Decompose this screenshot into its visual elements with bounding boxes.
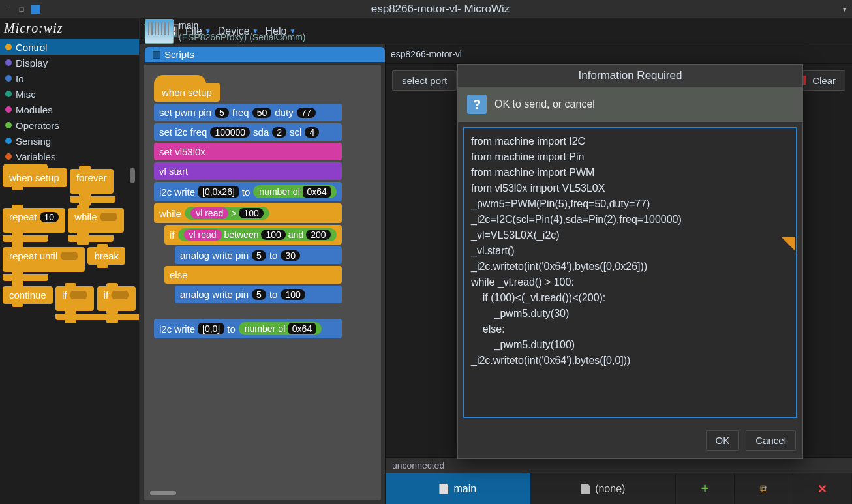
window-maximize-button[interactable]: □ <box>14 4 29 14</box>
palette-repeat-until[interactable]: repeat until <box>3 247 85 272</box>
project-proxy: (ESP8266Proxy) (SerialComm) <box>179 32 306 42</box>
add-tab-button[interactable]: + <box>676 473 735 504</box>
block-i2c-write-2[interactable]: i2c write[0,0] tonumber of0x64 <box>154 319 342 338</box>
block-while[interactable]: while vl read > 100 <box>154 203 342 223</box>
dialog-code-textarea[interactable] <box>463 127 797 418</box>
select-port-button[interactable]: select port <box>392 70 457 91</box>
close-icon: ✕ <box>817 482 827 496</box>
category-list: Control Display Io Misc Modules Operator… <box>0 39 139 164</box>
block-analog-write-2[interactable]: analog write pin5to100 <box>175 286 342 303</box>
palette-scrollbar[interactable] <box>130 168 135 183</box>
category-sensing[interactable]: Sensing <box>0 133 139 149</box>
logo: Micro:wiz <box>0 18 139 38</box>
block-set-i2c[interactable]: set i2c freq100000 sda2 scl4 <box>154 123 342 141</box>
palette-continue[interactable]: continue <box>3 286 53 304</box>
bottom-tab-main[interactable]: main <box>386 473 531 504</box>
block-set-vl53l0x[interactable]: set vl53l0x <box>154 143 342 160</box>
block-i2c-write-1[interactable]: i2c write[0,0x26] tonumber of0x64 <box>154 182 342 201</box>
close-tab-button[interactable]: ✕ <box>793 473 852 504</box>
titlebar: – □ esp8266-motor-vl- MicroWiz ▾ <box>0 0 852 18</box>
block-palette: when setup forever repeat10 while repeat… <box>0 164 139 504</box>
palette-while[interactable]: while <box>68 208 124 233</box>
status-bar: unconnected <box>386 457 852 473</box>
palette-break[interactable]: break <box>87 247 125 265</box>
corner-fold-icon <box>781 237 795 251</box>
category-io[interactable]: Io <box>0 70 139 86</box>
cancel-button[interactable]: Cancel <box>746 430 796 451</box>
window-menu-button[interactable]: ▾ <box>838 4 852 14</box>
category-display[interactable]: Display <box>0 55 139 70</box>
terminal-tab-name[interactable]: esp8266-motor-vl <box>391 49 462 59</box>
device-thumbnail[interactable] <box>145 19 174 44</box>
scripts-panel: main (ESP8266Proxy) (SerialComm) Scripts… <box>140 44 386 504</box>
dialog-information-required: Information Required ? OK to send, or ca… <box>457 64 803 459</box>
document-icon <box>439 484 448 494</box>
category-misc[interactable]: Misc <box>0 86 139 102</box>
block-set-pwm[interactable]: set pwm pin5 freq50 duty77 <box>154 104 342 121</box>
block-analog-write-1[interactable]: analog write pin5to30 <box>175 246 342 264</box>
terminal-tabstrip: esp8266-motor-vl <box>386 44 852 64</box>
scripts-canvas[interactable]: when setup set pwm pin5 freq50 duty77 se… <box>144 65 381 500</box>
plus-icon: + <box>701 481 709 496</box>
tab-scripts[interactable]: Scripts <box>145 47 385 62</box>
document-icon <box>581 484 590 494</box>
window-title: esp8266-motor-vl- MicroWiz <box>43 3 838 16</box>
dialog-title: Information Required <box>458 65 802 87</box>
palette-if-else[interactable]: if <box>97 286 136 311</box>
category-modules[interactable]: Modules <box>0 102 139 117</box>
palette-forever[interactable]: forever <box>70 169 114 194</box>
palette-if[interactable]: if <box>55 286 95 311</box>
app-icon <box>31 5 40 14</box>
copy-icon: ⧉ <box>760 483 767 495</box>
duplicate-tab-button[interactable]: ⧉ <box>735 473 793 504</box>
canvas-scrollbar[interactable] <box>150 491 176 495</box>
sidebar: Micro:wiz Control Display Io Misc Module… <box>0 18 140 504</box>
bottom-bar: main (none) + ⧉ ✕ <box>386 473 852 504</box>
block-when-setup[interactable]: when setup <box>154 83 220 102</box>
category-variables[interactable]: Variables <box>0 149 139 164</box>
palette-repeat[interactable]: repeat10 <box>3 208 65 233</box>
question-icon: ? <box>467 95 487 114</box>
ok-button[interactable]: OK <box>706 430 740 451</box>
block-vl-start[interactable]: vl start <box>154 162 342 180</box>
block-else[interactable]: else <box>164 266 342 284</box>
category-operators[interactable]: Operators <box>0 117 139 133</box>
block-if[interactable]: if vl read between 100 and 200 <box>164 225 342 245</box>
project-name: main <box>179 20 306 31</box>
category-control[interactable]: Control <box>0 39 139 55</box>
dialog-message: OK to send, or cancel <box>494 98 595 110</box>
window-minimize-button[interactable]: – <box>0 4 14 14</box>
bottom-tab-none[interactable]: (none) <box>531 473 677 504</box>
palette-when-setup[interactable]: when setup <box>3 168 67 187</box>
